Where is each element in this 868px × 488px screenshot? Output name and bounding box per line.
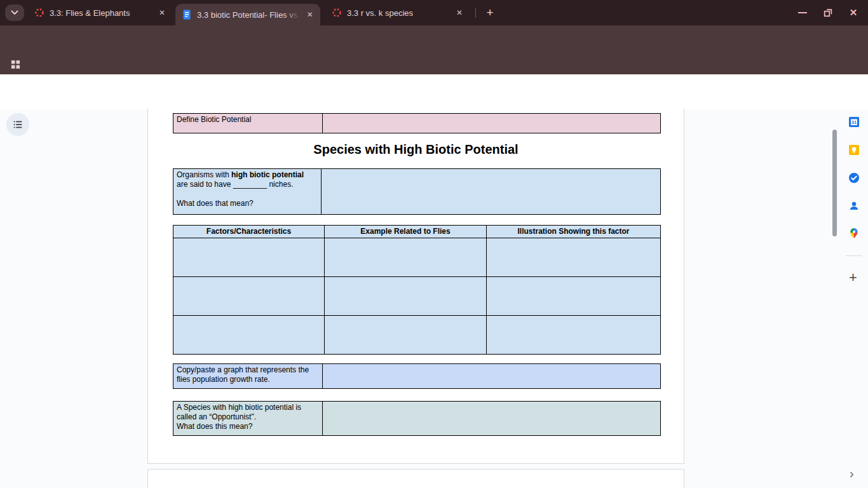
graph-prompt-cell[interactable]: Copy/paste a graph that represents the f… bbox=[173, 364, 323, 389]
tab-biotic-potential-active[interactable]: 3.3 biotic Potential- Flies vs. El ✕ bbox=[175, 4, 320, 25]
hide-side-panel-button[interactable]: › bbox=[850, 468, 854, 479]
google-contacts-button[interactable] bbox=[848, 200, 860, 212]
niche-q-line3: What does that mean? bbox=[177, 199, 318, 208]
minimize-button[interactable] bbox=[796, 6, 810, 20]
graph-prompt-table: Copy/paste a graph that represents the f… bbox=[173, 363, 661, 389]
chevron-down-icon bbox=[11, 10, 18, 15]
factors-empty-cell[interactable] bbox=[487, 238, 661, 277]
niche-q-line2: are said to have ________ niches. bbox=[177, 180, 318, 189]
opportunist-answer-cell[interactable] bbox=[323, 402, 661, 436]
google-keep-button[interactable] bbox=[848, 144, 860, 156]
loading-favicon-icon bbox=[34, 8, 44, 18]
niche-q-bold-text: high biotic potential bbox=[231, 170, 304, 179]
niche-question-cell[interactable]: Organisms with high biotic potential are… bbox=[173, 169, 322, 215]
svg-text:31: 31 bbox=[851, 119, 857, 125]
tasks-icon bbox=[848, 172, 860, 184]
tab-divider bbox=[475, 8, 476, 18]
tab-title: 3.3: Flies & Elephants bbox=[50, 8, 151, 18]
outline-list-icon bbox=[12, 119, 24, 130]
factors-empty-cell[interactable] bbox=[325, 238, 487, 277]
factors-table: Factors/Characteristics Example Related … bbox=[173, 225, 661, 355]
tab-close-icon[interactable]: ✕ bbox=[156, 7, 168, 18]
docs-canvas: Define Biotic Potential Species with Hig… bbox=[0, 109, 868, 488]
tab-flies-elephants[interactable]: 3.3: Flies & Elephants ✕ bbox=[28, 4, 173, 22]
close-window-button[interactable]: ✕ bbox=[846, 6, 860, 20]
factors-empty-cell[interactable] bbox=[325, 277, 487, 316]
graph-prompt-line1: Copy/paste a graph that represents the bbox=[177, 365, 319, 375]
opportunist-line3: What does this mean? bbox=[177, 422, 319, 431]
contacts-icon bbox=[848, 200, 860, 212]
define-biotic-potential-table: Define Biotic Potential bbox=[173, 113, 661, 133]
tab-r-vs-k-species[interactable]: 3.3 r vs. k species ✕ bbox=[325, 4, 470, 22]
opportunist-table: A Species with high biotic potential is … bbox=[173, 401, 661, 436]
define-answer-cell[interactable] bbox=[323, 114, 661, 133]
tab-close-icon[interactable]: ✕ bbox=[454, 7, 465, 18]
niche-question-table: Organisms with high biotic potential are… bbox=[173, 168, 661, 215]
tab-title: 3.3 r vs. k species bbox=[347, 8, 449, 18]
factors-empty-cell[interactable] bbox=[487, 316, 661, 355]
factors-empty-cell[interactable] bbox=[173, 277, 325, 316]
tab-title: 3.3 biotic Potential- Flies vs. El bbox=[197, 10, 300, 20]
section-heading: Species with High Biotic Potential bbox=[147, 142, 684, 157]
opportunist-prompt-cell[interactable]: A Species with high biotic potential is … bbox=[173, 402, 323, 436]
window-controls: ✕ bbox=[796, 0, 868, 25]
factors-header-cell[interactable]: Example Related to Flies bbox=[325, 226, 487, 238]
factors-empty-cell[interactable] bbox=[487, 277, 661, 316]
bookmarks-bar: Dashboard bbox=[0, 54, 868, 74]
apps-grid-icon bbox=[10, 59, 21, 70]
new-tab-button[interactable]: + bbox=[482, 5, 498, 22]
tab-strip: 3.3: Flies & Elephants ✕ 3.3 biotic Pote… bbox=[0, 0, 868, 25]
factors-header-text: Example Related to Flies bbox=[360, 227, 450, 236]
graph-answer-cell[interactable] bbox=[323, 364, 661, 389]
niche-answer-cell[interactable] bbox=[322, 169, 661, 215]
factors-empty-cell[interactable] bbox=[325, 316, 487, 355]
document-page-2 bbox=[147, 469, 684, 488]
minimize-icon bbox=[798, 12, 807, 13]
restore-icon bbox=[823, 8, 833, 18]
side-rail-divider bbox=[846, 255, 862, 256]
docs-header: 3.3 biotic Potential- Flies vs. Elephant… bbox=[0, 74, 868, 109]
google-maps-button[interactable] bbox=[848, 227, 860, 239]
google-tasks-button[interactable] bbox=[848, 172, 860, 184]
factors-header-text: Illustration Showing this factor bbox=[517, 227, 629, 236]
restore-button[interactable] bbox=[821, 6, 835, 20]
define-label-cell[interactable]: Define Biotic Potential bbox=[173, 114, 323, 133]
tab-search-button[interactable] bbox=[5, 4, 24, 21]
apps-shortcut-button[interactable] bbox=[8, 57, 23, 72]
calendar-icon: 31 bbox=[848, 116, 860, 128]
document-scrollbar-thumb[interactable] bbox=[832, 130, 837, 236]
document-tabs-toggle-button[interactable] bbox=[6, 113, 29, 136]
browser-toolbar: docs.google.com/document/d/1SyFMYeo7pqbD… bbox=[0, 25, 868, 54]
graph-prompt-line2: flies population growth rate. bbox=[177, 375, 319, 384]
define-label-text: Define Biotic Potential bbox=[177, 115, 251, 124]
tab-close-icon[interactable]: ✕ bbox=[305, 9, 315, 20]
maps-pin-icon bbox=[848, 227, 860, 239]
keep-icon bbox=[848, 144, 860, 156]
factors-header-cell[interactable]: Illustration Showing this factor bbox=[487, 226, 661, 238]
google-docs-favicon-icon bbox=[182, 10, 192, 20]
opportunist-line1: A Species with high biotic potential is bbox=[177, 403, 319, 412]
niche-q-text: Organisms with bbox=[177, 170, 231, 179]
factors-header-text: Factors/Characteristics bbox=[207, 227, 291, 236]
factors-empty-cell[interactable] bbox=[173, 238, 325, 277]
loading-favicon-icon bbox=[332, 8, 342, 18]
get-add-ons-button[interactable]: + bbox=[849, 271, 857, 284]
opportunist-line2: called an “Opportunist". bbox=[177, 412, 319, 422]
factors-empty-cell[interactable] bbox=[173, 316, 325, 355]
browser-window: 3.3: Flies & Elephants ✕ 3.3 biotic Pote… bbox=[0, 0, 868, 488]
factors-header-cell[interactable]: Factors/Characteristics bbox=[173, 226, 325, 238]
google-calendar-button[interactable]: 31 bbox=[848, 116, 860, 128]
